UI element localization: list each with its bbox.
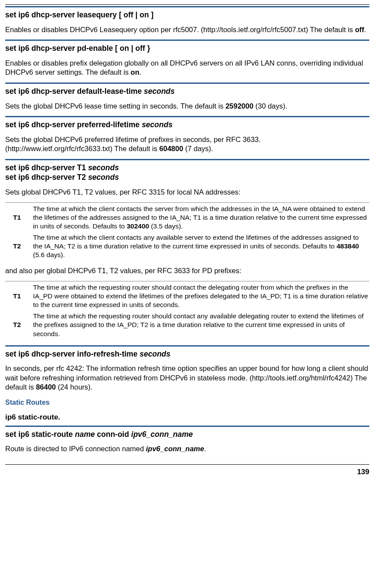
page-footer: 139 [5, 464, 369, 477]
command-heading-info-refresh: set ip6 dhcp-server info-refresh-time se… [5, 349, 369, 359]
command-desc: Sets the global DHCPv6 preferred lifetim… [5, 135, 369, 154]
definition-key: T2 [5, 310, 33, 339]
definition-key: T1 [5, 202, 33, 231]
definition-text: The time at which the client contacts an… [33, 231, 369, 260]
command-section-info-refresh: set ip6 dhcp-server info-refresh-time se… [5, 345, 369, 392]
heading-ip6-static-route: ip6 static-route. [5, 413, 369, 422]
command-section: set ip6 dhcp-server leasequery [ off | o… [5, 6, 369, 34]
command-heading-conn-oid: set ip6 static-route name conn-oid ipv6_… [5, 429, 369, 439]
command-heading: set ip6 dhcp-server preferred-lifetime s… [5, 120, 369, 130]
t1t2-intro-na: Sets global DHCPv6 T1, T2 values, per RF… [5, 188, 369, 197]
t1t2-intro-pd: and also per global DHCPv6 T1, T2 values… [5, 266, 369, 275]
page-number: 139 [357, 468, 369, 476]
definition-text: The time at which the client contacts th… [33, 202, 369, 231]
command-heading: set ip6 dhcp-server pd-enable [ on | off… [5, 43, 369, 53]
command-heading: set ip6 dhcp-server leasequery [ off | o… [5, 10, 369, 20]
command-desc: Enables or disables prefix delegation gl… [5, 59, 369, 77]
subheading-static-routes: Static Routes [5, 398, 369, 407]
command-heading: set ip6 dhcp-server default-lease-time s… [5, 86, 369, 96]
command-section: set ip6 dhcp-server default-lease-time s… [5, 83, 369, 111]
definition-table-pd: T1The time at which the requesting route… [5, 281, 369, 339]
command-section-t1-t2: set ip6 dhcp-server T1 secondsset ip6 dh… [5, 159, 369, 339]
command-desc-info-refresh: In seconds, per rfc 4242: The informatio… [5, 364, 369, 392]
command-desc: Sets the global DHCPv6 lease time settin… [5, 102, 369, 111]
command-section: set ip6 dhcp-server preferred-lifetime s… [5, 116, 369, 154]
definition-text: The time at which the requesting router … [33, 310, 369, 339]
definition-table-na: T1The time at which the client contacts … [5, 202, 369, 261]
command-heading-t1-t2: set ip6 dhcp-server T1 secondsset ip6 dh… [5, 163, 369, 183]
definition-key: T1 [5, 281, 33, 310]
command-desc: Enables or disables DHCPv6 Leasequery op… [5, 25, 369, 34]
command-section-conn-oid: set ip6 static-route name conn-oid ipv6_… [5, 426, 369, 454]
definition-text: The time at which the requesting router … [33, 281, 369, 310]
command-desc-conn-oid: Route is directed to IPv6 connection nam… [5, 444, 369, 453]
command-section: set ip6 dhcp-server pd-enable [ on | off… [5, 40, 369, 77]
definition-key: T2 [5, 231, 33, 260]
